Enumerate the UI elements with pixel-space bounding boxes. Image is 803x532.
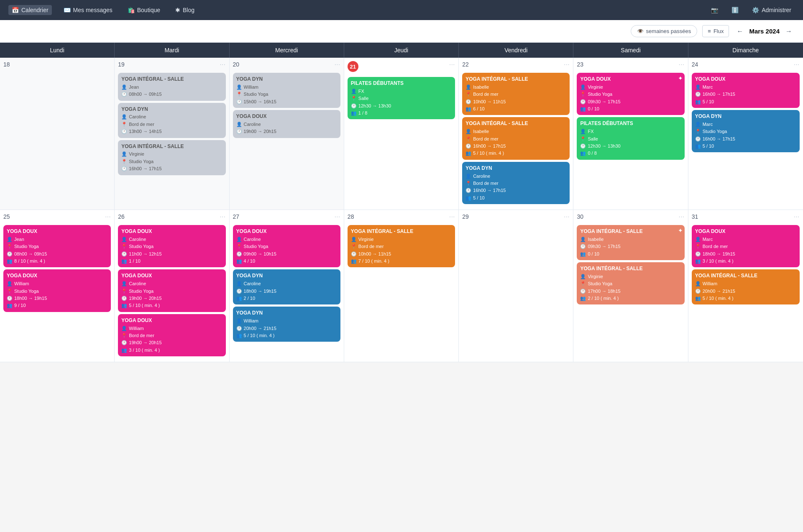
nav-blog[interactable]: ✱ Blog bbox=[172, 5, 198, 15]
day-number-22: 22 bbox=[462, 61, 469, 68]
event-yoga-integral-30-1[interactable]: ✦ YOGA INTÉGRAL - SALLE 👤Isabelle 🕐09h30… bbox=[577, 225, 684, 260]
person-icon: 👤 bbox=[580, 128, 586, 135]
event-yoga-doux-24[interactable]: YOGA DOUX 👤Marc 🕐16h00 → 17h15 👥5 / 10 bbox=[692, 73, 800, 108]
event-yoga-integral-19-2[interactable]: YOGA INTÉGRAL - SALLE 👤Virginie 📍Studio … bbox=[118, 140, 225, 175]
location-icon: 📍 bbox=[7, 243, 13, 250]
event-yoga-doux-27[interactable]: YOGA DOUX 👤Caroline 📍Studio Yoga 🕐09h00 … bbox=[233, 225, 340, 267]
day-number-25: 25 bbox=[3, 213, 10, 220]
event-yoga-dyn-27-1[interactable]: YOGA DYN 👤Caroline 🕐18h00 → 19h15 👥2 / 1… bbox=[233, 269, 340, 304]
spots-icon: 👥 bbox=[236, 332, 242, 339]
person-icon: 👤 bbox=[121, 114, 127, 120]
person-icon: 👤 bbox=[236, 236, 242, 243]
clock-icon: 🕐 bbox=[236, 128, 242, 135]
next-month-button[interactable]: → bbox=[783, 27, 795, 36]
spots-icon: 👥 bbox=[236, 258, 242, 264]
semaines-label: semaines passées bbox=[646, 28, 691, 34]
clock-icon: 🕐 bbox=[580, 99, 586, 105]
clock-icon: 🕐 bbox=[465, 143, 471, 149]
day-number-23: 23 bbox=[577, 61, 583, 68]
event-yoga-doux-26-2[interactable]: YOGA DOUX 👤Caroline 📍Studio Yoga 🕐19h00 … bbox=[118, 269, 225, 312]
spots-icon: 👥 bbox=[465, 195, 471, 201]
nav-boutique[interactable]: 🛍️ Boutique bbox=[124, 5, 164, 15]
more-options-27[interactable]: ··· bbox=[335, 213, 340, 220]
event-yoga-integral-22-2[interactable]: YOGA INTÉGRAL - SALLE 👤Isabelle 📍Bord de… bbox=[462, 117, 570, 159]
prev-month-button[interactable]: ← bbox=[734, 27, 746, 36]
location-icon: 📍 bbox=[236, 91, 242, 97]
clock-icon: 🕐 bbox=[121, 251, 127, 257]
clock-icon: 🕐 bbox=[121, 128, 127, 135]
header-mercredi: Mercredi bbox=[230, 43, 344, 58]
nav-info[interactable]: ℹ️ bbox=[728, 5, 742, 15]
clock-icon: 🕐 bbox=[236, 288, 242, 294]
more-options-31[interactable]: ··· bbox=[794, 213, 800, 220]
clock-icon: 🕐 bbox=[580, 143, 586, 149]
spots-icon: 👥 bbox=[695, 143, 701, 149]
more-options-30[interactable]: ··· bbox=[679, 213, 685, 220]
header-lundi: Lundi bbox=[0, 43, 115, 58]
messages-icon: ✉️ bbox=[64, 7, 71, 13]
person-icon: 👤 bbox=[351, 236, 357, 243]
calendar-icon: 📅 bbox=[12, 7, 19, 13]
location-icon: 📍 bbox=[121, 243, 127, 250]
more-options-26[interactable]: ··· bbox=[220, 213, 226, 220]
person-icon: 👤 bbox=[465, 128, 471, 135]
more-options-28[interactable]: ··· bbox=[449, 213, 455, 220]
event-pilates-21[interactable]: PILATES DÉBUTANTS 👤FX 📍Salle 🕐12h30 → 13… bbox=[348, 77, 455, 119]
location-icon: 📍 bbox=[121, 121, 127, 128]
location-icon: 📍 bbox=[351, 243, 357, 250]
clock-icon: 🕐 bbox=[351, 103, 357, 109]
event-yoga-doux-20[interactable]: YOGA DOUX 👤Caroline 🕐19h00 → 20h15 bbox=[233, 110, 340, 138]
event-yoga-integral-22-1[interactable]: YOGA INTÉGRAL - SALLE 👤Isabelle 📍Bord de… bbox=[462, 73, 570, 115]
nav-calendrier[interactable]: 📅 Calendrier bbox=[8, 5, 52, 15]
event-yoga-integral-30-2[interactable]: YOGA INTÉGRAL - SALLE 👤Virginie 📍Studio … bbox=[577, 262, 684, 304]
event-yoga-doux-26-1[interactable]: YOGA DOUX 👤Caroline 📍Studio Yoga 🕐11h00 … bbox=[118, 225, 225, 267]
person-icon: 👤 bbox=[695, 84, 701, 90]
more-options-29[interactable]: ··· bbox=[564, 213, 570, 220]
more-options-20[interactable]: ··· bbox=[335, 61, 340, 67]
person-icon: 👤 bbox=[351, 88, 357, 95]
event-yoga-integral-19-1[interactable]: YOGA INTÉGRAL - SALLE 👤Jean 🕐08h00 → 09h… bbox=[118, 73, 225, 101]
nav-left: 📅 Calendrier ✉️ Mes messages 🛍️ Boutique… bbox=[8, 5, 198, 15]
event-yoga-doux-25-2[interactable]: YOGA DOUX 👤William 📍Studio Yoga 🕐18h00 →… bbox=[3, 269, 111, 312]
more-options-19[interactable]: ··· bbox=[220, 61, 226, 67]
event-pilates-23[interactable]: PILATES DÉBUTANTS 👤FX 📍Salle 🕐12h30 → 13… bbox=[577, 117, 684, 159]
event-yoga-integral-31[interactable]: YOGA INTÉGRAL - SALLE 👤William 🕐20h00 → … bbox=[692, 269, 800, 304]
event-yoga-dyn-27-2[interactable]: YOGA DYN 👤William 🕐20h00 → 21h15 👥5 / 10… bbox=[233, 307, 340, 342]
day-23: 23 ··· ✦ YOGA DOUX 👤Virginie 📍Studio Yog… bbox=[573, 58, 688, 210]
person-icon: 👤 bbox=[465, 84, 471, 90]
event-yoga-doux-26-3[interactable]: YOGA DOUX 👤William 📍Bord de mer 🕐19h00 →… bbox=[118, 314, 225, 356]
day-29: 29 ··· bbox=[459, 210, 573, 362]
nav-admin-label: Administrer bbox=[762, 7, 791, 13]
event-yoga-integral-28[interactable]: YOGA INTÉGRAL - SALLE 👤Virginie 📍Bord de… bbox=[348, 225, 455, 267]
header-dimanche: Dimanche bbox=[688, 43, 803, 58]
day-number-29: 29 bbox=[462, 213, 469, 220]
location-icon: 📍 bbox=[121, 332, 127, 339]
clock-icon: 🕐 bbox=[465, 187, 471, 194]
event-yoga-dyn-20[interactable]: YOGA DYN 👤William 📍Studio Yoga 🕐15h00 → … bbox=[233, 73, 340, 108]
more-options-21[interactable]: ··· bbox=[449, 61, 455, 67]
clock-icon: 🕐 bbox=[236, 251, 242, 257]
nav-instagram[interactable]: 📷 bbox=[708, 5, 721, 15]
nav-admin[interactable]: ⚙️ Administrer bbox=[749, 5, 795, 15]
flux-button[interactable]: ≡ Flux bbox=[702, 25, 729, 37]
more-options-23[interactable]: ··· bbox=[679, 61, 685, 67]
person-icon: 👤 bbox=[236, 121, 242, 128]
day-number-28: 28 bbox=[348, 213, 354, 220]
more-options-25[interactable]: ··· bbox=[105, 213, 111, 220]
event-yoga-dyn-22[interactable]: YOGA DYN 👤Caroline 📍Bord de mer 🕐16h00 →… bbox=[462, 162, 570, 204]
more-options-22[interactable]: ··· bbox=[564, 61, 570, 67]
person-icon: 👤 bbox=[7, 281, 13, 287]
nav-messages[interactable]: ✉️ Mes messages bbox=[60, 5, 116, 15]
event-yoga-dyn-24[interactable]: YOGA DYN 👤Marc 📍Studio Yoga 🕐16h00 → 17h… bbox=[692, 110, 800, 152]
event-yoga-doux-31[interactable]: YOGA DOUX 👤Marc 📍Bord de mer 🕐18h00 → 19… bbox=[692, 225, 800, 267]
nav-blog-label: Blog bbox=[183, 7, 194, 13]
more-options-24[interactable]: ··· bbox=[794, 61, 800, 67]
event-yoga-doux-23[interactable]: ✦ YOGA DOUX 👤Virginie 📍Studio Yoga 🕐09h3… bbox=[577, 73, 684, 115]
semaines-passees-button[interactable]: 👁️ semaines passées bbox=[631, 25, 698, 37]
day-number-26: 26 bbox=[118, 213, 125, 220]
list-icon: ≡ bbox=[708, 28, 711, 34]
spots-icon: 👥 bbox=[121, 302, 127, 309]
event-yoga-doux-25-1[interactable]: YOGA DOUX 👤Jean 📍Studio Yoga 🕐08h00 → 09… bbox=[3, 225, 111, 267]
event-yoga-dyn-19[interactable]: YOGA DYN 👤Caroline 📍Bord de mer 🕐13h00 →… bbox=[118, 103, 225, 138]
month-label: Mars 2024 bbox=[749, 28, 780, 35]
